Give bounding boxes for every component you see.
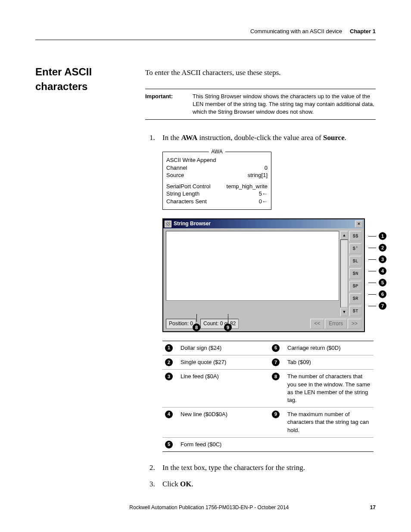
step-1-source: Source: [323, 134, 345, 142]
step-2-text: In the text box, type the characters for…: [162, 463, 376, 473]
next-error-button[interactable]: >>: [348, 319, 361, 329]
important-note: Important: This String Browser window sh…: [145, 89, 376, 120]
callout-line: [368, 259, 376, 260]
section-heading: Enter ASCII characters: [35, 65, 139, 93]
legend-num-7: 7: [272, 358, 280, 366]
running-header: Communicating with an ASCII device Chapt…: [35, 28, 376, 35]
awa-title: AWA: [209, 148, 225, 156]
step-1-awa: AWA: [181, 134, 197, 142]
awa-instruction-block: AWA ASCII Write Append Channel 0 Source …: [162, 152, 271, 210]
editor-row: ▲ ▼ $$ $' $L $N $P $R $T: [166, 231, 361, 316]
awa-slen-value-wrap: 5←: [259, 190, 268, 198]
prev-error-button[interactable]: <<: [310, 319, 324, 329]
callout-2: 2: [368, 243, 386, 252]
legend-table: 1 Dollar sign ($24) 6 Carriage return ($…: [162, 341, 374, 452]
awa-source-label: Source: [166, 171, 184, 179]
intro-text: To enter the ASCII characters, use these…: [145, 68, 376, 78]
legend-row-4: 4 New line ($0D$0A) 9 The maximum number…: [162, 408, 374, 438]
header-rule: [35, 40, 376, 40]
legend-text-4: New line ($0D$0A): [178, 408, 269, 438]
awa-spc-value: temp_high_write: [227, 183, 268, 190]
step-1-pre: In the: [162, 134, 181, 142]
step-1-text: In the AWA instruction, double-click the…: [162, 133, 376, 143]
legend-text-8: The number of characters that you see in…: [285, 370, 374, 408]
insert-lf-button[interactable]: $L: [349, 256, 361, 266]
step-1-end: .: [345, 134, 346, 142]
steps-list-2: 2. In the text box, type the characters …: [149, 463, 376, 489]
callout-1: 1: [368, 231, 386, 241]
step-3-end: .: [192, 480, 193, 488]
steps-list: 1. In the AWA instruction, double-click …: [149, 133, 376, 143]
close-button[interactable]: ×: [355, 221, 363, 227]
legend-text-2: Single quote ($27): [178, 355, 269, 370]
awa-csent-row: Characters Sent 0←: [166, 198, 268, 205]
legend-row-2: 2 Single quote ($27) 7 Tab ($09): [162, 355, 374, 370]
awa-csent-label: Characters Sent: [166, 198, 207, 205]
awa-channel-value: 0: [265, 164, 268, 172]
scrollbar[interactable]: ▲ ▼: [340, 231, 348, 316]
callout-line: [368, 236, 376, 236]
step-2-num: 2.: [149, 463, 162, 473]
callout-9: 9: [224, 314, 232, 331]
callout-line: [368, 283, 376, 283]
callout-line: [196, 314, 197, 322]
step-3-num: 3.: [149, 479, 162, 489]
insert-tab-button[interactable]: $T: [349, 306, 361, 316]
step-3: 3. Click OK.: [149, 479, 376, 489]
insert-quote-button[interactable]: $': [349, 243, 361, 254]
scroll-down-button[interactable]: ▼: [340, 308, 348, 316]
window-icon: [165, 221, 171, 227]
callout-7: 7: [368, 301, 386, 311]
legend-text-3: Line feed ($0A): [178, 370, 269, 408]
legend-num-8: 8: [272, 373, 280, 380]
callout-circle-2: 2: [379, 244, 386, 252]
legend-text-9: The maximum number of characters that th…: [285, 408, 374, 438]
legend-row-5: 5 Form feed ($0C): [162, 437, 374, 451]
legend-row-3: 3 Line feed ($0A) 8 The number of charac…: [162, 370, 374, 408]
string-editor[interactable]: [166, 231, 339, 301]
page-number: 17: [370, 504, 376, 511]
step-3-pre: Click: [162, 480, 180, 488]
insert-ff-button[interactable]: $P: [349, 281, 361, 291]
main-column: To enter the ASCII characters, use these…: [145, 68, 376, 489]
insert-dollar-button[interactable]: $$: [349, 231, 361, 241]
important-text: This String Browser window shows the cha…: [193, 93, 376, 116]
awa-csent-arrow: ←: [262, 198, 268, 205]
page: Communicating with an ASCII device Chapt…: [0, 0, 411, 532]
awa-channel-row: Channel 0: [166, 164, 268, 172]
awa-csent-value: 0: [259, 198, 262, 205]
string-browser-wrap: String Browser × ▲ ▼: [162, 218, 365, 332]
insert-cr-button[interactable]: $R: [349, 293, 361, 304]
callout-circle-1: 1: [379, 232, 386, 240]
callout-line: [368, 294, 376, 295]
legend-text-5: Form feed ($0C): [178, 437, 269, 451]
legend-num-4: 4: [165, 411, 173, 418]
legend-row-1: 1 Dollar sign ($24) 6 Carriage return ($…: [162, 341, 374, 355]
side-callouts: 1 2 3 4 5 6 7: [368, 231, 386, 311]
legend-num-3: 3: [165, 373, 173, 380]
step-2: 2. In the text box, type the characters …: [149, 463, 376, 473]
awa-source-value[interactable]: string[1]: [248, 171, 268, 179]
side-buttons: $$ $' $L $N $P $R $T: [349, 231, 361, 316]
awa-slen-arrow: ←: [262, 190, 268, 197]
callout-6: 6: [368, 289, 386, 299]
scroll-track[interactable]: [340, 240, 348, 308]
awa-channel-label: Channel: [166, 164, 187, 172]
scroll-up-button[interactable]: ▲: [340, 231, 348, 240]
callout-circle-6: 6: [379, 290, 386, 298]
errors-button[interactable]: Errors: [325, 319, 347, 329]
step-1-mid: instruction, double-click the value area…: [197, 134, 323, 142]
insert-newline-button[interactable]: $N: [349, 268, 361, 279]
publication-info: Rockwell Automation Publication 1756-PM0…: [48, 504, 370, 511]
legend-text-6: Carriage return ($0D): [285, 341, 374, 355]
doc-title: Communicating with an ASCII device: [250, 28, 342, 35]
awa-csent-value-wrap: 0←: [259, 198, 268, 205]
content: Enter ASCII characters To enter the ASCI…: [35, 60, 376, 495]
legend-num-9: 9: [272, 411, 280, 418]
callout-line: [368, 306, 376, 306]
error-nav-group: << Errors >>: [310, 319, 361, 329]
callout-circle-4: 4: [379, 267, 386, 275]
legend-num-5: 5: [165, 441, 173, 448]
callout-circle-9: 9: [224, 324, 232, 331]
awa-slen-label: String Length: [166, 190, 199, 198]
